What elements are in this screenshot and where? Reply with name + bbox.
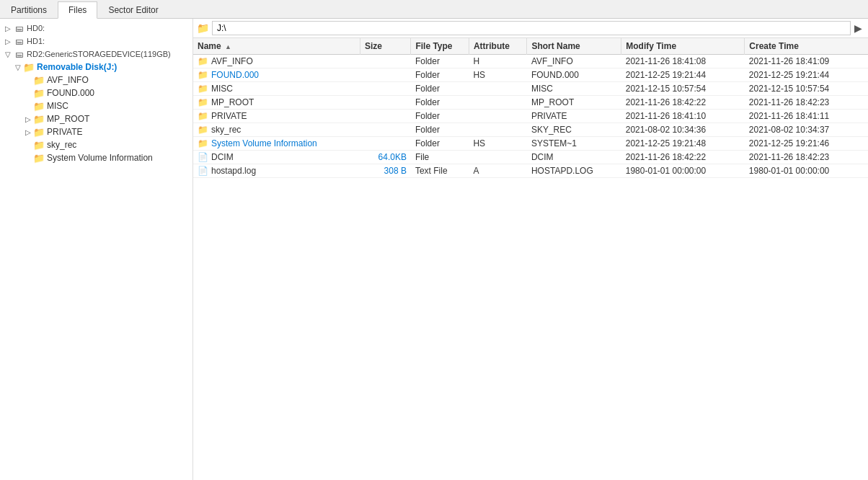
table-row[interactable]: 📁sky_recFolderSKY_REC2021-08-02 10:34:36… [193, 123, 868, 137]
file-modify-time: 2021-11-26 18:42:22 [621, 151, 745, 164]
col-header-size[interactable]: Size [360, 38, 410, 55]
sidebar-label-private: PRIVATE [47, 127, 83, 137]
file-size: 64.0KB [360, 151, 410, 164]
file-attribute [469, 151, 527, 164]
sidebar-label-mp-root: MP_ROOT [47, 114, 89, 124]
table-row[interactable]: 📄DCIM64.0KBFileDCIM2021-11-26 18:42:2220… [193, 151, 868, 164]
file-size [360, 123, 410, 137]
file-name-label: MP_ROOT [211, 97, 254, 107]
address-input[interactable] [212, 21, 851, 35]
sidebar-item-found000[interactable]: ▷ 📁 FOUND.000 [0, 86, 192, 99]
sidebar-item-system-vol[interactable]: ▷ 📁 System Volume Information [0, 151, 192, 164]
sidebar-item-avf-info[interactable]: ▷ 📁 AVF_INFO [0, 74, 192, 86]
folder-icon: 📁 [198, 111, 208, 121]
file-size: 308 B [360, 164, 410, 178]
file-size [360, 137, 410, 151]
sort-arrow-name: ▲ [225, 43, 231, 50]
folder-icon-avf: 📁 [33, 74, 45, 86]
folder-icon-sky-rec: 📁 [33, 139, 45, 151]
folder-icon: 📁 [198, 56, 208, 66]
folder-icon-misc: 📁 [33, 100, 45, 112]
table-row[interactable]: 📁MISCFolderMISC2021-12-15 10:57:542021-1… [193, 82, 868, 96]
file-table: Name ▲ Size File Type Attribute Short Na… [193, 38, 868, 480]
file-size [360, 110, 410, 123]
tab-sector-editor[interactable]: Sector Editor [97, 1, 169, 18]
file-name-label: FOUND.000 [211, 70, 259, 80]
file-create-time: 2021-11-26 18:42:23 [745, 96, 868, 110]
sidebar-item-hd0[interactable]: ▷ 🖴 HD0: [0, 22, 192, 35]
sidebar-label-misc: MISC [47, 101, 68, 111]
file-create-time: 2021-12-25 19:21:44 [745, 68, 868, 82]
table-row[interactable]: 📁PRIVATEFolderPRIVATE2021-11-26 18:41:10… [193, 110, 868, 123]
sidebar-item-removable-disk[interactable]: ▽ 📁 Removable Disk(J:) [0, 61, 192, 74]
table-row[interactable]: 📁AVF_INFOFolderHAVF_INFO2021-11-26 18:41… [193, 55, 868, 68]
file-type: Folder [411, 110, 469, 123]
right-panel: 📁 ▶ Name ▲ Size File Type Attribute Shor… [193, 19, 868, 480]
sidebar-item-sky-rec[interactable]: ▷ 📁 sky_rec [0, 138, 192, 151]
col-header-name[interactable]: Name ▲ [193, 38, 360, 55]
file-modify-time: 2021-11-26 18:41:10 [621, 110, 745, 123]
address-bar: 📁 ▶ [193, 19, 868, 38]
sidebar-label-hd1: HD1: [27, 37, 45, 45]
address-go-button[interactable]: ▶ [851, 21, 865, 35]
sidebar-item-mp-root[interactable]: ▷ 📁 MP_ROOT [0, 112, 192, 125]
col-header-short-name[interactable]: Short Name [527, 38, 621, 55]
file-type: Folder [411, 55, 469, 68]
sidebar-label-sky-rec: sky_rec [47, 140, 76, 150]
col-header-attribute[interactable]: Attribute [469, 38, 527, 55]
col-header-file-type[interactable]: File Type [411, 38, 469, 55]
file-icon: 📄 [198, 166, 208, 176]
main-layout: ▷ 🖴 HD0: ▷ 🖴 HD1: ▽ 🖴 RD2:GenericSTORAGE… [0, 19, 868, 480]
folder-icon: 📁 [198, 97, 208, 107]
sidebar-label-hd0: HD0: [27, 24, 45, 32]
file-short-name: FOUND.000 [527, 68, 621, 82]
tab-partitions[interactable]: Partitions [0, 1, 58, 18]
sidebar-item-hd1[interactable]: ▷ 🖴 HD1: [0, 35, 192, 48]
col-header-create-time[interactable]: Create Time [745, 38, 868, 55]
folder-icon-sys-vol: 📁 [33, 152, 45, 164]
folder-icon-private: 📁 [33, 126, 45, 138]
folder-icon-found: 📁 [33, 87, 45, 99]
sidebar-item-misc[interactable]: ▷ 📁 MISC [0, 99, 192, 112]
sidebar-label-sys-vol: System Volume Information [47, 153, 153, 163]
file-attribute [469, 123, 527, 137]
table-row[interactable]: 📁FOUND.000FolderHSFOUND.0002021-12-25 19… [193, 68, 868, 82]
table-row[interactable]: 📁System Volume InformationFolderHSSYSTEM… [193, 137, 868, 151]
file-size [360, 68, 410, 82]
drive-icon-hd0: 🖴 [13, 22, 25, 34]
tab-files[interactable]: Files [58, 1, 97, 19]
file-size [360, 96, 410, 110]
sidebar-item-private[interactable]: ▷ 📁 PRIVATE [0, 125, 192, 138]
file-name-label: AVF_INFO [211, 56, 253, 66]
drive-icon-hd1: 🖴 [13, 35, 25, 47]
sidebar-item-rd2[interactable]: ▽ 🖴 RD2:GenericSTORAGEDEVICE(119GB) [0, 48, 192, 61]
file-short-name: HOSTAPD.LOG [527, 164, 621, 178]
file-short-name: MISC [527, 82, 621, 96]
file-type: Folder [411, 68, 469, 82]
file-type: Folder [411, 123, 469, 137]
file-modify-time: 2021-11-26 18:42:22 [621, 96, 745, 110]
folder-icon: 📁 [198, 138, 208, 148]
file-attribute [469, 82, 527, 96]
col-header-modify-time[interactable]: Modify Time [621, 38, 745, 55]
file-icon: 📄 [198, 152, 208, 162]
file-modify-time: 1980-01-01 00:00:00 [621, 164, 745, 178]
file-modify-time: 2021-12-25 19:21:44 [621, 68, 745, 82]
file-attribute: H [469, 55, 527, 68]
expand-icon-private: ▷ [23, 128, 33, 136]
file-type: Folder [411, 137, 469, 151]
file-create-time: 2021-11-26 18:41:09 [745, 55, 868, 68]
file-short-name: MP_ROOT [527, 96, 621, 110]
file-type: Text File [411, 164, 469, 178]
file-short-name: DCIM [527, 151, 621, 164]
address-folder-icon: 📁 [196, 22, 209, 35]
sidebar: ▷ 🖴 HD0: ▷ 🖴 HD1: ▽ 🖴 RD2:GenericSTORAGE… [0, 19, 193, 480]
file-name-label: sky_rec [211, 125, 241, 135]
file-attribute [469, 110, 527, 123]
table-row[interactable]: 📁MP_ROOTFolderMP_ROOT2021-11-26 18:42:22… [193, 96, 868, 110]
table-row[interactable]: 📄hostapd.log308 BText FileAHOSTAPD.LOG19… [193, 164, 868, 178]
file-attribute: HS [469, 137, 527, 151]
folder-icon-mp-root: 📁 [33, 113, 45, 125]
file-create-time: 1980-01-01 00:00:00 [745, 164, 868, 178]
sidebar-label-found: FOUND.000 [47, 88, 94, 98]
